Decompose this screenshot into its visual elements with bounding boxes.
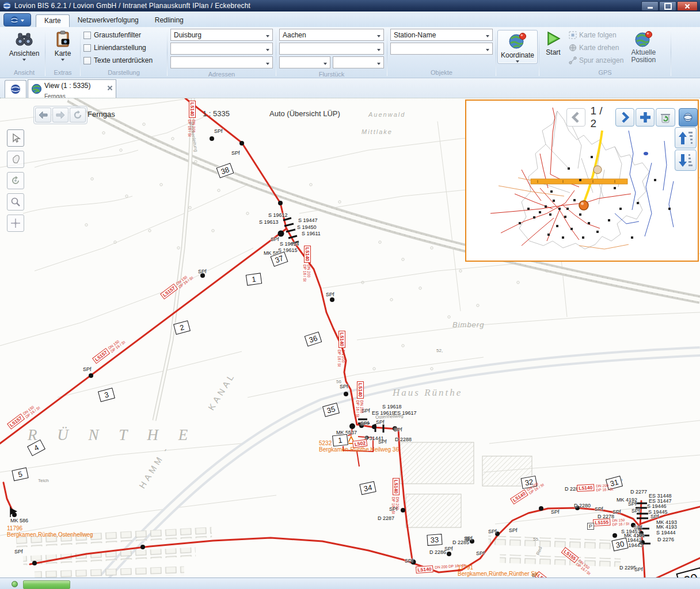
parcel-field-combobox[interactable] <box>279 43 384 55</box>
parcel-district-combobox[interactable]: Aachen <box>279 29 384 41</box>
overview-page-indicator: 1 / 2 <box>587 105 614 130</box>
karte-button[interactable]: Karte <box>51 29 74 62</box>
address-number-combobox[interactable] <box>170 56 273 68</box>
station-label: D 2276 <box>657 537 674 542</box>
station-label: SPf <box>340 384 348 389</box>
tab-karte[interactable]: Karte <box>36 14 70 27</box>
refresh-view-button[interactable] <box>70 108 86 123</box>
checkbox-liniendarstellung[interactable]: Liniendarstellung <box>83 41 146 54</box>
pipe-label-sub: DN 150 DP 16 / St <box>175 272 193 289</box>
tab-netzwerkverfolgung[interactable]: Netzwerkverfolgung <box>70 14 147 27</box>
close-button[interactable] <box>677 1 698 11</box>
station-label: D 2280 <box>574 503 591 508</box>
route-number-box: 2 <box>173 320 191 335</box>
zoom-level-up-button[interactable] <box>675 127 697 148</box>
pipe-label: L5140DN 200 DP 16 / St <box>577 483 613 493</box>
address-number: 11791 <box>458 564 539 571</box>
station-label: SPf <box>405 558 413 564</box>
pipe-label-box: L5140 <box>338 331 345 348</box>
close-tab-icon[interactable] <box>107 85 113 91</box>
center-tool-button[interactable] <box>7 215 24 232</box>
parcel-sub-combobox[interactable] <box>333 56 384 68</box>
title-bar: Lovion BIS 6.2.1 / Lovion GmbH / Intrane… <box>0 0 700 12</box>
overview-add-button[interactable] <box>636 108 655 127</box>
maximize-button[interactable] <box>659 1 676 11</box>
pan-tool-button[interactable] <box>7 151 24 168</box>
ribbon: Ansichten Ansicht Karte Extras Graustufe… <box>0 27 700 78</box>
globe-small-icon <box>682 112 694 123</box>
globe-pin-icon <box>508 32 527 49</box>
object-type-combobox[interactable]: Station-Name <box>390 29 493 41</box>
minimize-button[interactable] <box>641 1 659 11</box>
place-label: Mittlake <box>362 128 393 135</box>
arrow-left-icon <box>38 111 48 119</box>
status-bar <box>0 577 700 589</box>
globe-pin-icon <box>634 30 653 48</box>
lovion-swirl-icon <box>10 84 21 94</box>
gps-option-karte-drehen[interactable]: Karte drehen <box>569 41 619 54</box>
station-label: SPf <box>231 150 240 156</box>
overview-map-panel[interactable]: 1 / 2 <box>465 100 699 262</box>
tab-redlining[interactable]: Redlining <box>147 14 192 27</box>
route-number-box: 30 <box>676 567 700 577</box>
station-label: S 19446 <box>647 503 667 509</box>
pipe-label-sub: DN 200 DP 16 / St <box>596 483 613 492</box>
forward-button[interactable] <box>52 108 69 123</box>
gps-start-button[interactable]: Start <box>542 29 564 57</box>
checkbox-texte-unterdruecken[interactable]: Texte unterdrücken <box>83 54 153 67</box>
station-label: SPf <box>488 529 497 534</box>
gps-option-karte-folgen[interactable]: Karte folgen <box>569 29 617 41</box>
pipe-label-box: L5140 <box>510 489 528 504</box>
status-led-icon <box>12 581 18 587</box>
hand-icon <box>10 154 21 165</box>
pipe-label: L5157DN 150 DP 16 / St <box>92 336 125 365</box>
document-tab-view[interactable]: View (1 : 5335) Ferngas <box>28 79 116 98</box>
address-street-combobox[interactable] <box>170 43 273 55</box>
pipe-label-sub: DN 200 DP 16 / St <box>391 497 400 514</box>
overview-delete-button[interactable] <box>656 108 675 127</box>
zoom-level-down-button[interactable] <box>675 150 697 171</box>
pipe-label: L5140DN 200 DP 16 / St <box>337 331 345 367</box>
station-label: S 19614 <box>280 241 299 247</box>
overview-prev-button[interactable] <box>566 108 585 127</box>
koordinate-button[interactable]: Koordinate <box>497 30 538 64</box>
station-label: SPf <box>634 567 643 572</box>
map-nav-buttons <box>33 106 88 124</box>
layer-panel-tab[interactable] <box>5 80 26 98</box>
station-label: SPf <box>214 128 223 134</box>
select-tool-button[interactable] <box>7 129 24 147</box>
place-label: Teich <box>38 478 49 483</box>
map-viewport[interactable]: SPfSPfS 19612S 19613S 19447S 19450S 1961… <box>0 98 700 577</box>
address-text: Bergkamen,Rünthe,Ostenhellweg <box>7 531 93 538</box>
checkbox-box[interactable] <box>83 57 91 64</box>
back-button[interactable] <box>35 108 51 123</box>
object-value-combobox[interactable] <box>390 43 493 55</box>
checkbox-graustufenfilter[interactable]: Graustufenfilter <box>83 29 141 41</box>
zoom-tool-button[interactable] <box>7 193 24 211</box>
aktuelle-position-button[interactable]: AktuellePosition <box>628 29 659 64</box>
address-city-combobox[interactable]: Duisburg <box>170 29 273 41</box>
crosshair-icon <box>10 218 21 228</box>
dropdown-caret-icon <box>266 49 269 51</box>
pipe-label-box: L5140 <box>357 381 364 399</box>
ansichten-button[interactable]: Ansichten <box>6 29 43 62</box>
parcel-number-combobox[interactable] <box>279 56 330 68</box>
pipe-label-sub: DN 150 DP 16 / St <box>107 336 125 353</box>
overview-toggle-button[interactable] <box>679 108 698 127</box>
place-label: P <box>587 523 594 530</box>
refresh-icon <box>73 110 82 120</box>
refresh-tool-button[interactable] <box>7 172 24 189</box>
ribbon-group-darstellung: Graustufenfilter Liniendarstellung Texte… <box>81 27 167 78</box>
overview-next-button[interactable] <box>615 108 634 127</box>
progress-bar <box>23 580 70 589</box>
map-mode: Auto (Übersicht LÜP) <box>269 109 340 118</box>
station-label: S 19612 <box>268 212 288 218</box>
station-label: SPf <box>83 366 92 372</box>
application-menu-button[interactable] <box>3 13 31 26</box>
pipe-label-box: L5140 <box>393 478 400 495</box>
checkbox-box[interactable] <box>83 44 91 52</box>
checkbox-box[interactable] <box>83 32 91 39</box>
arrow-up-bars-icon <box>678 131 694 146</box>
gps-option-spur-anzeigen[interactable]: Spur anzeigen <box>569 54 623 67</box>
address-label: 11791Bergkamen,Rünthe,Rünther Str. <box>458 564 539 577</box>
